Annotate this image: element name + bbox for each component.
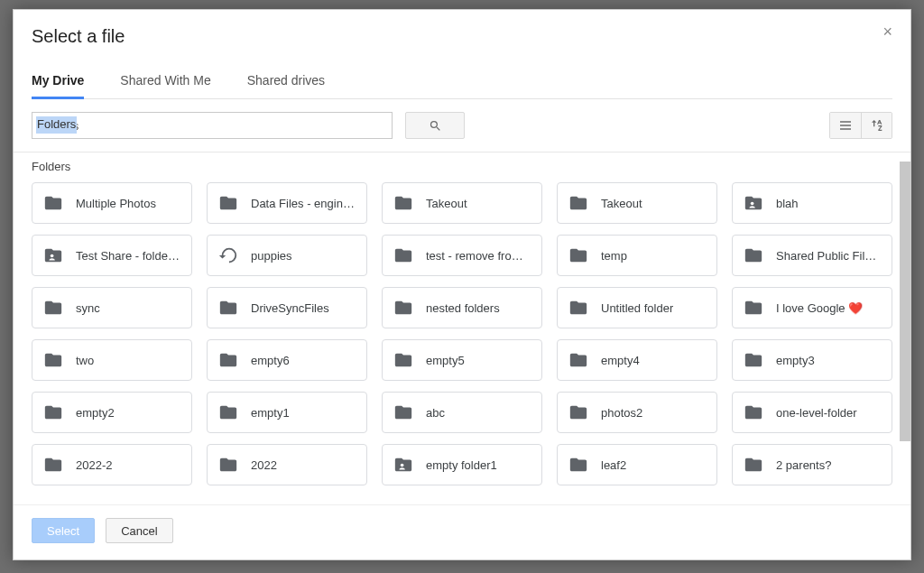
folder-icon (393, 402, 413, 422)
dialog-footer: Select Cancel (14, 504, 910, 559)
folder-item[interactable]: 2022-2 (32, 444, 192, 485)
folder-icon (43, 193, 63, 213)
folder-label: Test Share - folder contents (76, 249, 180, 263)
folder-item[interactable]: abc (382, 392, 542, 433)
folder-item[interactable]: Shared Public Files… (732, 235, 892, 276)
scrollbar-thumb[interactable] (900, 162, 910, 441)
folder-item[interactable]: Data Files - engineering archive (207, 182, 367, 224)
folder-label: empty5 (426, 354, 465, 367)
folder-icon (43, 402, 63, 422)
folder-icon (393, 298, 413, 318)
shared-icon (393, 455, 413, 475)
folder-icon (43, 298, 63, 318)
file-picker-dialog: Select a file × My DriveShared With MeSh… (13, 9, 911, 560)
folder-item[interactable]: I love Google ❤️ (732, 287, 892, 328)
folder-label: photos2 (601, 406, 642, 420)
folder-item[interactable]: sync (32, 287, 192, 328)
folder-icon (218, 350, 238, 370)
folder-icon (43, 455, 63, 475)
folder-item[interactable]: photos2 (557, 392, 717, 433)
folder-label: 2 parents? (776, 458, 831, 472)
search-input[interactable] (32, 112, 393, 139)
content-area[interactable]: Folders Multiple PhotosData Files - engi… (14, 152, 910, 504)
folder-label: empty3 (776, 354, 815, 367)
folder-label: two (76, 354, 94, 367)
tab-shared-drives[interactable]: Shared drives (247, 66, 325, 99)
folder-label: puppies (251, 249, 292, 263)
close-button[interactable]: × (879, 23, 896, 42)
folder-item[interactable]: empty1 (207, 392, 367, 433)
folder-item[interactable]: test - remove from drive (382, 235, 542, 276)
folder-icon (744, 402, 763, 422)
view-sort-group (829, 112, 892, 139)
folder-label: Shared Public Files… (776, 249, 881, 263)
folder-item[interactable]: blah (732, 182, 892, 224)
folder-icon (568, 350, 588, 370)
folder-label: empty2 (76, 406, 115, 420)
folder-item[interactable]: Untitled folder (557, 287, 717, 328)
tab-shared-with-me[interactable]: Shared With Me (120, 66, 210, 99)
folder-label: I love Google ❤️ (776, 301, 863, 315)
folder-item[interactable]: empty5 (382, 339, 542, 381)
folder-item[interactable]: nested folders (382, 287, 542, 328)
shared-icon (43, 245, 63, 265)
list-view-button[interactable] (830, 113, 861, 138)
folder-icon (393, 193, 413, 213)
tab-my-drive[interactable]: My Drive (32, 66, 84, 99)
folder-icon (744, 298, 763, 318)
folder-label: sync (76, 301, 100, 315)
folder-label: 2022 (251, 458, 277, 472)
folder-label: empty1 (251, 406, 290, 420)
select-button[interactable]: Select (32, 518, 95, 543)
folder-item[interactable]: Takeout (382, 182, 542, 224)
toolbar: Folders (14, 99, 910, 152)
folder-label: blah (776, 197, 799, 210)
folder-icon (218, 455, 238, 475)
folder-item[interactable]: leaf2 (557, 444, 717, 485)
folder-item[interactable]: one-level-folder (732, 392, 892, 433)
folder-item[interactable]: 2 parents? (732, 444, 892, 485)
folder-label: abc (426, 406, 445, 420)
folder-item[interactable]: puppies (207, 235, 367, 276)
folder-icon (43, 350, 63, 370)
folder-icon (218, 193, 238, 213)
folder-item[interactable]: empty4 (557, 339, 717, 381)
sort-button[interactable] (861, 113, 892, 138)
folder-label: leaf2 (601, 458, 626, 472)
folder-icon (218, 298, 238, 318)
folder-item[interactable]: temp (557, 235, 717, 276)
folder-item[interactable]: Takeout (557, 182, 717, 224)
folder-item[interactable]: empty folder1 (382, 444, 542, 485)
folder-icon (393, 245, 413, 265)
folder-item[interactable]: empty2 (32, 392, 192, 433)
dialog-title: Select a file (32, 26, 125, 47)
folder-label: 2022-2 (76, 458, 112, 472)
restore-icon (218, 245, 238, 265)
folder-item[interactable]: Test Share - folder contents (32, 235, 192, 276)
folder-item[interactable]: Multiple Photos (32, 182, 192, 224)
folder-label: Multiple Photos (76, 197, 156, 210)
folder-item[interactable]: 2022 (207, 444, 367, 485)
source-tabs: My DriveShared With MeShared drives (32, 65, 892, 99)
folder-icon (744, 245, 763, 265)
folder-label: nested folders (426, 301, 500, 315)
folder-icon (568, 402, 588, 422)
folder-icon (568, 193, 588, 213)
folder-label: empty4 (601, 354, 640, 367)
folder-label: Data Files - engineering archive (251, 197, 356, 210)
shared-icon (744, 193, 763, 213)
folder-item[interactable]: DriveSyncFiles (207, 287, 367, 328)
close-icon: × (882, 23, 892, 41)
folder-label: empty folder1 (426, 458, 497, 472)
folder-icon (744, 350, 763, 370)
cancel-button[interactable]: Cancel (106, 518, 172, 543)
dialog-header: Select a file × My DriveShared With MeSh… (14, 10, 910, 99)
folder-icon (568, 245, 588, 265)
folder-item[interactable]: empty3 (732, 339, 892, 381)
search-button[interactable] (405, 112, 465, 139)
folder-item[interactable]: empty6 (207, 339, 367, 381)
folder-item[interactable]: two (32, 339, 192, 381)
folder-label: Takeout (426, 197, 467, 210)
folder-grid: Multiple PhotosData Files - engineering … (32, 182, 892, 485)
folder-label: test - remove from drive (426, 249, 531, 263)
